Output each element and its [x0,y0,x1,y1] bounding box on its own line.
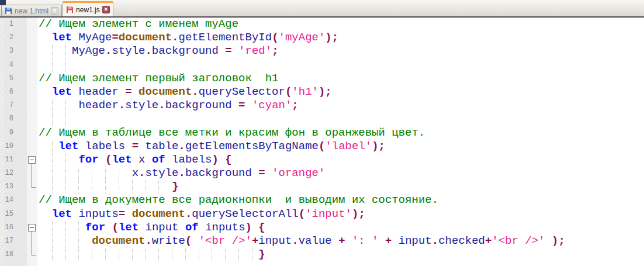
editor-line-text[interactable]: for (let x of labels) { [37,153,644,167]
line-number: 3 [4,44,13,58]
bookmark-margin[interactable] [13,72,27,85]
code-line: 12 x.style.background = 'orange' [0,167,644,180]
indent-guide [52,234,53,248]
fold-collapse-button[interactable] [28,156,36,164]
indent-guide [172,248,172,261]
fold-margin [27,208,37,221]
bookmark-margin[interactable] [13,234,27,248]
code-token [219,44,225,57]
editor-line-text[interactable]: x.style.background = 'orange' [37,167,644,180]
fold-collapse-button[interactable] [28,224,36,232]
code-token: document [119,31,172,44]
bookmark-margin[interactable] [13,180,27,194]
code-token: + [485,234,491,247]
line-number: 8 [4,112,13,126]
code-token: 'h1' [292,85,318,98]
indent-guide [119,167,119,180]
code-token: table [145,140,178,153]
bookmark-margin[interactable] [13,44,27,58]
bookmark-margin[interactable] [13,58,27,72]
indent-guide [145,248,146,261]
code-token: input [145,221,178,234]
code-token: . [179,140,185,153]
bookmark-margin[interactable] [13,99,27,112]
code-token: 'cyan' [252,99,292,112]
bookmark-margin[interactable] [13,221,27,234]
code-token: ) [325,31,331,44]
bookmark-margin[interactable] [13,194,27,207]
code-token [72,85,78,98]
code-token: . [119,99,125,112]
editor-line-text[interactable]: } [37,248,644,261]
bookmark-margin[interactable] [13,248,27,261]
editor-line-text[interactable]: header.style.background = 'cyan'; [37,99,644,112]
code-token: = [258,167,265,179]
bookmark-margin[interactable] [13,126,27,140]
editor-line-text[interactable]: let inputs= document.querySelectorAll('i… [37,208,644,221]
editor-line-text[interactable]: let header = document.querySelector('h1'… [37,85,644,99]
bookmark-margin[interactable] [13,140,27,153]
indent-guide [52,44,53,58]
code-token: document [92,234,145,247]
bookmark-margin[interactable] [13,85,27,99]
indent-guide [132,248,133,261]
line-number: 12 [4,167,13,180]
tab-new1-js[interactable]: new1.js ✕ [63,1,113,16]
code-token: document [139,85,192,98]
code-token: inputs [78,208,118,220]
editor-line-text[interactable]: // Ищем элемент с именем myAge [37,18,644,31]
code-token: MyAge [78,31,112,44]
indent-guide [119,248,119,261]
editor-line-text[interactable]: MyAge.style.background = 'red'; [37,44,644,58]
indent-guide [92,167,92,180]
editor-line-text[interactable]: document.write( '<br />'+input.value + '… [37,234,644,248]
code-token: let [58,140,78,153]
indent-guide [78,180,79,194]
bookmark-margin[interactable] [13,18,27,31]
fold-margin [27,248,37,261]
editor-line-text[interactable]: for (let input of inputs) { [37,221,644,234]
code-token [165,153,172,166]
code-token: input [399,234,432,247]
close-tab-icon[interactable]: ✕ [51,7,58,15]
editor-line-text[interactable]: // Ищем в таблице все метки и красим фон… [37,126,644,140]
code-token: 'red' [238,44,272,57]
indent-guide [145,180,146,194]
code-token [265,167,272,179]
tab-bar: new 1.html ✕ new1.js ✕ [0,0,644,18]
editor-line-text[interactable]: // Ищем элемент первый заголовок h1 [37,72,644,85]
code-token: let [112,153,131,166]
code-token: labels [85,140,125,153]
bookmark-margin[interactable] [13,208,27,221]
code-token: = [225,44,231,57]
fold-margin [27,234,37,248]
bookmark-margin[interactable] [13,112,27,126]
code-token: ) [552,234,558,247]
code-line: 10 let labels = table.getElementsByTagNa… [0,140,644,153]
code-line: 16 for (let input of inputs) { [0,221,644,234]
code-token [119,85,125,98]
tab-new-1-html[interactable]: new 1.html ✕ [1,5,62,16]
code-token: let [52,208,72,220]
editor-line-text[interactable] [37,58,644,72]
code-token: ( [185,234,192,247]
bookmark-margin[interactable] [13,167,27,180]
code-line: 17 document.write( '<br />'+input.value … [0,234,644,248]
code-token: style [145,167,178,179]
editor-line-text[interactable]: } [37,180,644,194]
bookmark-margin[interactable] [13,31,27,44]
line-number: 15 [4,208,13,221]
editor-line-text[interactable] [37,112,644,126]
code-token: let [52,85,72,98]
code-line: 8 [0,112,644,126]
code-token: for [78,153,98,166]
editor-line-text[interactable]: let labels = table.getElementsByTagName(… [37,140,644,153]
indent-guide [65,112,66,126]
bookmark-margin[interactable] [13,153,27,167]
line-number: 11 [4,153,13,167]
editor-line-text[interactable]: // Ищем в документе все радиокнопки и вы… [37,194,644,207]
code-token [139,140,145,153]
editor-line-text[interactable]: let MyAge=document.getElementById('myAge… [37,31,644,44]
code-editor[interactable]: 1// Ищем элемент с именем myAge2 let MyA… [0,18,644,266]
close-tab-icon[interactable]: ✕ [102,6,110,13]
